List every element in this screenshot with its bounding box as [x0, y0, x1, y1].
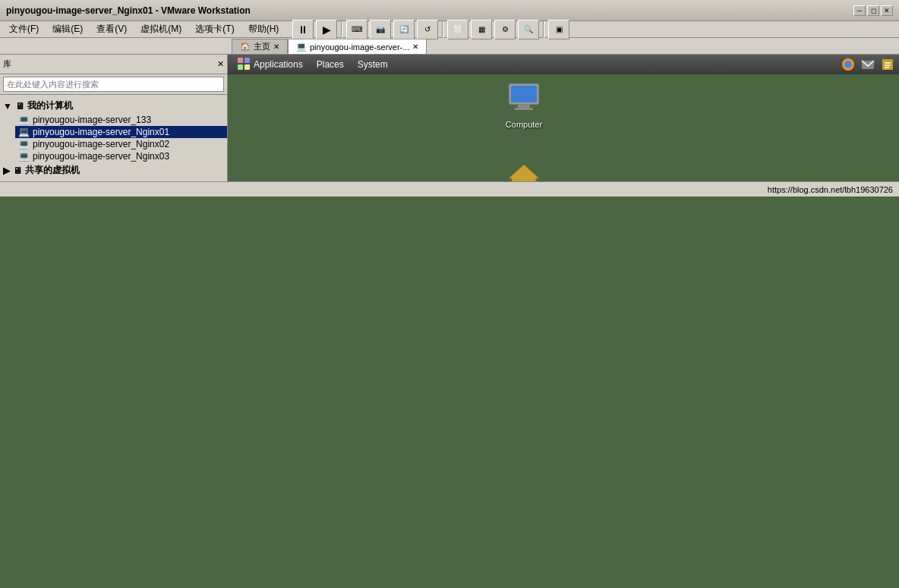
- snapshot-button[interactable]: 📷: [370, 20, 391, 39]
- places-menu[interactable]: Places: [311, 58, 350, 71]
- computer-icon: 🖥: [15, 101, 24, 112]
- edit-icon[interactable]: [879, 56, 896, 73]
- email-icon[interactable]: [860, 56, 876, 73]
- svg-rect-13: [518, 105, 530, 108]
- tab-vm-label: pinyougou-image-server-...: [310, 42, 409, 52]
- applications-icon: [237, 57, 251, 73]
- menu-help[interactable]: 帮助(H): [242, 21, 285, 37]
- menu-edit[interactable]: 编辑(E): [46, 21, 89, 37]
- vm-item-0[interactable]: 💻 pinyougou-image-server_133: [15, 114, 227, 126]
- pause-button[interactable]: ⏸: [292, 20, 314, 39]
- menu-view[interactable]: 查看(V): [90, 21, 133, 37]
- my-computer-label: 我的计算机: [27, 99, 73, 112]
- title-bar: pinyougou-image-server_Nginx01 - VMware …: [0, 0, 899, 21]
- separator-3: [543, 21, 544, 38]
- separator-2: [442, 21, 443, 38]
- svg-rect-7: [882, 59, 893, 70]
- window-controls: ─ ◻ ✕: [853, 5, 893, 16]
- vm-item-2[interactable]: 💻 pinyougou-image-server_Nginx02: [15, 138, 227, 150]
- app-menu-bar: 文件(F) 编辑(E) 查看(V) 虚拟机(M) 选项卡(T) 帮助(H) ⏸ …: [0, 21, 899, 38]
- gnome-desktop: Applications Places System: [228, 55, 899, 181]
- desktop-icon-computer[interactable]: Computer: [494, 77, 554, 134]
- tab-vm[interactable]: 💻 pinyougou-image-server-... ✕: [288, 39, 427, 54]
- applications-menu[interactable]: Applications: [231, 55, 309, 74]
- search-input[interactable]: [3, 77, 224, 92]
- applications-label: Applications: [254, 59, 303, 70]
- vm-icon-1: 💻: [18, 127, 30, 137]
- svg-rect-12: [511, 86, 537, 102]
- vm-label-1: pinyougou-image-server_Nginx01: [33, 127, 169, 137]
- menu-file[interactable]: 文件(F): [3, 21, 45, 37]
- vm-icon-3: 💻: [18, 151, 30, 162]
- panel-right: [840, 56, 896, 73]
- svg-marker-15: [509, 165, 539, 181]
- svg-point-5: [844, 61, 852, 68]
- tab-vm-close[interactable]: ✕: [412, 42, 418, 51]
- desktop-icon-home[interactable]: root's Home: [494, 157, 554, 181]
- extra-button[interactable]: ▣: [548, 20, 569, 39]
- firefox-icon[interactable]: [840, 56, 856, 73]
- tab-vm-icon: 💻: [296, 42, 307, 52]
- tab-home[interactable]: 🏠 主页 ✕: [232, 39, 288, 54]
- status-bar: https://blog.csdn.net/lbh19630726: [0, 181, 899, 197]
- computer-icon-img: [506, 80, 542, 117]
- tree-my-computer[interactable]: ▼ 🖥 我的计算机: [0, 98, 227, 114]
- search-bar: [0, 74, 227, 95]
- vm-icon-2: 💻: [18, 139, 30, 149]
- system-menu[interactable]: System: [352, 58, 394, 71]
- sidebar-title: 库: [3, 58, 11, 70]
- fullscreen-button[interactable]: ⬜: [447, 20, 468, 39]
- vm-label-3: pinyougou-image-server_Nginx03: [33, 151, 169, 162]
- vm-icon-0: 💻: [18, 115, 30, 125]
- sidebar: 库 ✕ ▼ 🖥 我的计算机 💻 pinyougou-image-server_1…: [0, 55, 228, 181]
- svg-rect-0: [238, 58, 243, 63]
- expand-icon: ▼: [3, 101, 12, 112]
- home-icon-img: [506, 160, 542, 181]
- play-button[interactable]: ▶: [316, 20, 337, 39]
- menu-tab[interactable]: 选项卡(T): [189, 21, 240, 37]
- vm-item-3[interactable]: 💻 pinyougou-image-server_Nginx03: [15, 150, 227, 162]
- window-title: pinyougou-image-server_Nginx01 - VMware …: [6, 5, 251, 16]
- send-ctrl-alt-del-button[interactable]: ⌨: [346, 20, 367, 39]
- shared-icon: 🖥: [13, 165, 22, 176]
- snapshot3-button[interactable]: ↺: [417, 20, 438, 39]
- vm-label-2: pinyougou-image-server_Nginx02: [33, 139, 169, 149]
- status-url: https://blog.csdn.net/lbh19630726: [768, 185, 893, 194]
- tab-home-label: 主页: [254, 41, 270, 52]
- desktop-area: Applications Places System: [228, 55, 899, 181]
- close-button[interactable]: ✕: [881, 5, 893, 16]
- sidebar-close-button[interactable]: ✕: [217, 59, 224, 69]
- shared-expand-icon: ▶: [3, 165, 10, 176]
- tab-home-close[interactable]: ✕: [273, 42, 279, 51]
- sidebar-header: 库 ✕: [0, 55, 227, 74]
- content-row: 库 ✕ ▼ 🖥 我的计算机 💻 pinyougou-image-server_1…: [0, 55, 899, 181]
- svg-rect-2: [238, 64, 243, 70]
- svg-rect-3: [244, 64, 250, 70]
- computer-label: Computer: [503, 118, 545, 130]
- vm-item-1[interactable]: 💻 pinyougou-image-server_Nginx01: [15, 126, 227, 138]
- unity-button[interactable]: ▦: [471, 20, 492, 39]
- svg-rect-1: [244, 58, 250, 63]
- restore-button[interactable]: ◻: [867, 5, 879, 16]
- snapshot2-button[interactable]: 🔄: [393, 20, 415, 39]
- menu-vm[interactable]: 虚拟机(M): [134, 21, 188, 37]
- separator-1: [341, 21, 342, 38]
- tab-bar: 🏠 主页 ✕ 💻 pinyougou-image-server-... ✕: [0, 38, 899, 55]
- vm-label-0: pinyougou-image-server_133: [33, 115, 151, 125]
- tab-home-icon: 🏠: [240, 42, 251, 52]
- system-label: System: [358, 59, 388, 70]
- view-button[interactable]: 🔍: [518, 20, 539, 39]
- minimize-button[interactable]: ─: [853, 5, 866, 16]
- tree-area: ▼ 🖥 我的计算机 💻 pinyougou-image-server_133 💻…: [0, 95, 227, 181]
- settings-button[interactable]: ⚙: [494, 20, 516, 39]
- gnome-panel: Applications Places System: [228, 55, 899, 74]
- places-label: Places: [317, 59, 344, 70]
- tree-shared[interactable]: ▶ 🖥 共享的虚拟机: [0, 162, 227, 178]
- shared-label: 共享的虚拟机: [25, 164, 80, 177]
- svg-rect-14: [515, 108, 533, 110]
